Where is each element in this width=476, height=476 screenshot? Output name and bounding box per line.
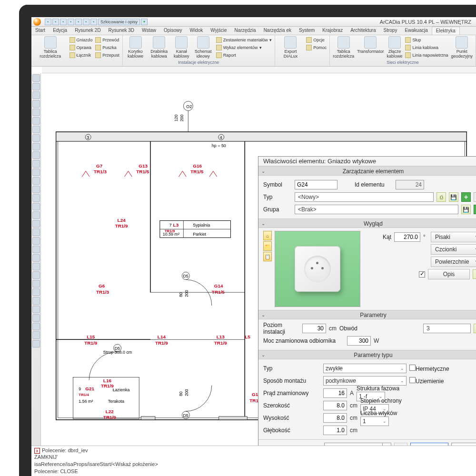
collapse-icon[interactable]: ⌄ (261, 219, 265, 228)
tool-icon[interactable] (32, 83, 40, 90)
czcionki-button[interactable]: Czcionki▼ (431, 244, 476, 255)
btn-przewod[interactable]: Przewód (95, 36, 119, 43)
qat-icon[interactable]: ▪ (90, 19, 97, 25)
tp-szer-input[interactable] (323, 401, 347, 410)
tool-icon[interactable] (32, 246, 40, 253)
tool-icon[interactable] (32, 177, 40, 185)
obwod-lock-icon[interactable]: 💡 (474, 324, 476, 333)
tool-icon[interactable] (32, 263, 40, 270)
btn-tablica2[interactable]: Tablica rozdzielcza (333, 36, 354, 59)
btn-kanal[interactable]: Kanał kablowy (173, 36, 190, 59)
tp-wtyk-select[interactable]: 1⌄ (360, 416, 389, 426)
moc-input[interactable] (347, 336, 371, 346)
tab-wstaw[interactable]: Wstaw (138, 27, 160, 35)
quick-access-toolbar[interactable]: ▪ ▪ ▪ ▪ ▪ ▪ ▪ Szkicowanie i opisy ▾ (45, 19, 148, 25)
tab-elektryka[interactable]: Elektryka (432, 27, 460, 35)
symbol-input[interactable] (295, 180, 337, 189)
plus-icon[interactable]: + (461, 192, 471, 202)
btn-puszka[interactable]: Puszka (95, 44, 119, 51)
preview-tab-icon[interactable]: 📁 (263, 241, 272, 251)
opis-button[interactable]: Opis (428, 269, 470, 279)
plus-icon[interactable]: + (474, 205, 476, 214)
btn-transformator[interactable]: Transformator (357, 36, 384, 54)
preview-tab-icon[interactable]: ⌂ (263, 231, 272, 240)
collapse-icon[interactable]: ⌄ (261, 167, 265, 176)
tool-icon[interactable] (32, 314, 40, 322)
tool-icon[interactable] (32, 331, 40, 339)
opis-settings-icon[interactable]: ⇲ (473, 269, 476, 279)
tool-icon[interactable] (32, 297, 40, 305)
pipette-icon[interactable]: ⎙ (436, 192, 446, 202)
save-group-icon[interactable]: 💾 (461, 205, 471, 214)
tab-stropy[interactable]: Stropy (380, 27, 401, 35)
btn-punkt-geodezyjny[interactable]: Punkt geodezyjny (451, 36, 473, 59)
tool-icon[interactable] (32, 160, 40, 168)
tab-r2d[interactable]: Rysunek 2D (71, 27, 104, 35)
collapse-icon[interactable]: ⌄ (261, 310, 265, 320)
tool-icon[interactable] (32, 254, 40, 262)
tool-icon[interactable] (32, 211, 40, 219)
qat-icon[interactable]: ▪ (75, 19, 82, 25)
tool-icon[interactable] (32, 100, 40, 108)
qat-icon[interactable]: ▪ (83, 19, 89, 25)
tool-icon[interactable] (32, 117, 40, 125)
tab-wyjscie[interactable]: Wyjście (207, 27, 230, 35)
qat-icon[interactable]: ▪ (45, 19, 51, 25)
tool-icon[interactable] (32, 126, 40, 133)
btn-export-dialux[interactable]: Export DIALux (278, 36, 303, 59)
btn-oprawa[interactable]: Oprawa (69, 44, 93, 51)
btn-raport[interactable]: Raport (216, 51, 272, 59)
tool-icon[interactable] (32, 323, 40, 330)
tool-icon[interactable] (32, 306, 40, 313)
drawing-area[interactable]: O2 120 200 hp = 50 3 4 G7TR1/3 G13TR1/5 … (31, 67, 476, 446)
tp-typ-select[interactable]: zwykłe⌄ (323, 364, 407, 373)
btn-zestawienie[interactable]: Zestawienie materiałów ▾ (216, 36, 272, 43)
btn-schemat[interactable]: Schemat ideowy (193, 36, 213, 59)
save-type-icon[interactable]: 💾 (449, 192, 458, 202)
tool-icon[interactable] (32, 194, 40, 202)
cancel-button[interactable]: Anuluj (451, 443, 476, 446)
tab-r3d[interactable]: Rysunek 3D (105, 27, 138, 35)
tool-icon[interactable] (32, 288, 40, 296)
close-cmd-icon[interactable]: x (34, 448, 40, 454)
save-template-button[interactable]: Zapisz w szablonie▼ (324, 443, 391, 446)
btn-tablica-rozdzielcza[interactable]: Tablica rozdzielcza (34, 36, 67, 59)
tab-narzedzia-ek[interactable]: Narzędzia ek (260, 27, 295, 35)
typ-combo[interactable]: <Nowy> (295, 192, 434, 202)
poziom-input[interactable] (302, 324, 326, 333)
tp-montaz-select[interactable]: podtynkowe⌄ (323, 376, 407, 386)
tp-gleb-input[interactable] (323, 426, 347, 435)
btn-drabinka[interactable]: Drabinka kablowa (149, 36, 170, 59)
ok-button[interactable]: OK (410, 443, 448, 446)
tab-narzedzia[interactable]: Narzędzia (231, 27, 260, 35)
tool-icon[interactable] (32, 228, 40, 236)
tool-icon[interactable] (32, 143, 40, 150)
kat-input[interactable] (394, 232, 420, 242)
qat-icon[interactable]: ▪ (60, 19, 67, 25)
btn-pomoc[interactable]: Pomoc (306, 44, 327, 51)
tab-start[interactable]: Start (31, 27, 49, 35)
grupa-combo[interactable]: <Brak> (295, 205, 458, 214)
opis-checkbox[interactable] (419, 271, 425, 278)
tab-krajobraz[interactable]: Krajobraz (318, 27, 347, 35)
powierzchnie-button[interactable]: Powierzchnie▼ (431, 257, 476, 267)
btn-wykaz[interactable]: Wykaz elementów ▾ (216, 44, 272, 51)
tool-icon[interactable] (32, 237, 40, 245)
btn-lacznik[interactable]: Łącznik (69, 51, 93, 59)
tool-icon[interactable] (32, 271, 40, 279)
btn-linia-napowietrzna[interactable]: Linia napowietrzna (405, 51, 448, 59)
tp-wys-input[interactable] (323, 413, 347, 423)
btn-linia-kablowa[interactable]: Linia kablowa (405, 44, 448, 51)
tool-icon[interactable] (32, 169, 40, 176)
qat-icon[interactable]: ▪ (52, 19, 59, 25)
tool-icon[interactable] (32, 74, 40, 82)
btn-opcje[interactable]: Opcje (306, 36, 327, 43)
tool-icon[interactable] (32, 109, 40, 116)
tool-icon[interactable] (32, 220, 40, 228)
tab-opisowy[interactable]: Opisowy (160, 27, 186, 35)
qat-icon[interactable]: ▪ (68, 19, 74, 25)
tab-widok[interactable]: Widok (186, 27, 207, 35)
btn-korytko[interactable]: Korytko kablowe (126, 36, 146, 59)
tool-icon[interactable] (32, 280, 40, 288)
btn-slup[interactable]: Słup (405, 36, 448, 43)
